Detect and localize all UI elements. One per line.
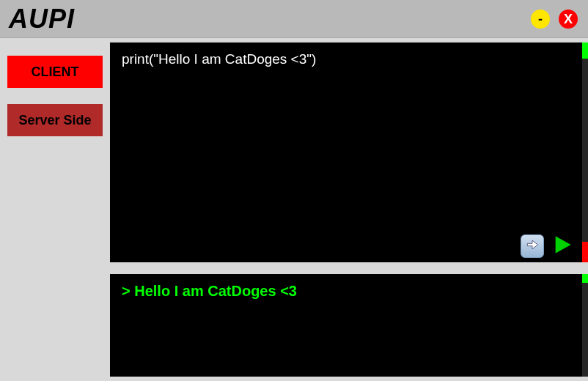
play-icon [552, 234, 573, 259]
client-tab-button[interactable]: CLIENT [7, 56, 103, 88]
close-button[interactable]: X [559, 10, 578, 29]
scroll-marker-top [582, 42, 588, 59]
editor-scrollbar[interactable] [582, 42, 588, 262]
code-line: print("Hello I am CatDoges <3") [122, 51, 570, 67]
app-title: AUPI [9, 4, 531, 34]
scroll-marker-bottom [582, 242, 588, 262]
code-editor[interactable]: print("Hello I am CatDoges <3") [110, 42, 582, 262]
editor-panel-wrap: print("Hello I am CatDoges <3") [110, 42, 588, 262]
client-tab-label: CLIENT [32, 64, 79, 80]
run-button[interactable] [551, 235, 573, 257]
output-scrollbar[interactable] [582, 274, 588, 377]
titlebar: AUPI - X [0, 0, 588, 38]
sidebar: CLIENT Server Side [0, 38, 110, 381]
server-tab-label: Server Side [18, 113, 91, 128]
step-button[interactable] [521, 234, 544, 258]
window-controls: - X [531, 10, 578, 29]
arrow-right-icon [525, 237, 540, 256]
minimize-icon: - [538, 12, 543, 26]
content: CLIENT Server Side print("Hello I am Cat… [0, 38, 588, 381]
output-panel-wrap: > Hello I am CatDoges <3 [110, 274, 588, 377]
close-icon: X [564, 12, 573, 26]
output-line: > Hello I am CatDoges <3 [122, 283, 570, 300]
scroll-marker-top [582, 274, 588, 283]
editor-actions [521, 234, 573, 258]
output-console[interactable]: > Hello I am CatDoges <3 [110, 274, 582, 377]
scroll-track [582, 283, 588, 377]
main-area: print("Hello I am CatDoges <3") [110, 38, 588, 381]
server-tab-button[interactable]: Server Side [7, 104, 103, 136]
scroll-track [582, 59, 588, 242]
minimize-button[interactable]: - [531, 10, 550, 29]
